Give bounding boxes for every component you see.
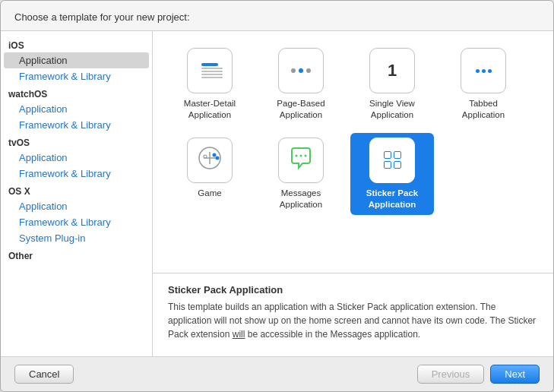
dialog-footer: Cancel Previous Next xyxy=(1,356,553,391)
svg-point-8 xyxy=(305,154,307,156)
description-area: Sticker Pack Application This template b… xyxy=(153,273,553,356)
sidebar-section-osx: OS X xyxy=(1,182,152,198)
dialog-header: Choose a template for your new project: xyxy=(1,1,553,31)
template-label-game: Game xyxy=(198,188,221,199)
sidebar-item-osx-framework[interactable]: Framework & Library xyxy=(1,214,152,230)
tabbed-icon xyxy=(476,69,492,73)
game-icon xyxy=(196,144,223,175)
sidebar-section-tvos: tvOS xyxy=(1,133,152,150)
sidebar: iOS Application Framework & Library watc… xyxy=(1,31,153,356)
sidebar-item-ios-framework[interactable]: Framework & Library xyxy=(1,68,152,84)
description-text: This template builds an application with… xyxy=(168,300,538,341)
sidebar-item-watchos-framework[interactable]: Framework & Library xyxy=(1,117,152,133)
cancel-button[interactable]: Cancel xyxy=(14,365,74,384)
template-page-based[interactable]: Page-BasedApplication xyxy=(259,43,343,125)
dialog: Choose a template for your new project: … xyxy=(0,0,554,392)
template-single-view[interactable]: 1 Single ViewApplication xyxy=(350,43,434,125)
single-view-icon: 1 xyxy=(388,61,397,81)
template-label-page-based: Page-BasedApplication xyxy=(277,98,324,121)
template-tabbed[interactable]: TabbedApplication xyxy=(442,43,525,125)
footer-right: Previous Next xyxy=(417,365,540,384)
next-button[interactable]: Next xyxy=(490,365,540,384)
dialog-header-text: Choose a template for your new project: xyxy=(14,11,190,23)
template-icon-sticker-pack xyxy=(369,138,415,183)
svg-point-4 xyxy=(216,156,220,160)
template-messages[interactable]: MessagesApplication xyxy=(259,133,343,215)
sidebar-item-tvos-application[interactable]: Application xyxy=(1,150,152,166)
svg-point-7 xyxy=(300,154,302,156)
template-icon-tabbed xyxy=(461,48,506,93)
templates-row-2: Game xyxy=(168,133,538,215)
template-label-messages: MessagesApplication xyxy=(280,188,322,210)
template-label-master-detail: Master-DetailApplication xyxy=(184,98,236,121)
sidebar-item-ios-application[interactable]: Application xyxy=(4,52,149,68)
sidebar-item-osx-plugin[interactable]: System Plug-in xyxy=(1,230,152,246)
templates-row-1: Master-DetailApplication Page-BasedAppli… xyxy=(168,43,538,125)
svg-point-3 xyxy=(213,153,217,157)
templates-grid: Master-DetailApplication Page-BasedAppli… xyxy=(153,31,553,273)
sidebar-section-other: Other xyxy=(1,246,152,263)
sidebar-item-osx-application[interactable]: Application xyxy=(1,198,152,214)
template-icon-messages xyxy=(278,138,324,183)
messages-icon xyxy=(287,144,315,176)
sidebar-item-tvos-framework[interactable]: Framework & Library xyxy=(1,166,152,182)
template-game[interactable]: Game xyxy=(168,133,252,204)
previous-button[interactable]: Previous xyxy=(417,365,485,384)
template-icon-single-view: 1 xyxy=(369,48,415,93)
template-label-single-view: Single ViewApplication xyxy=(369,98,415,121)
sidebar-section-watchos: watchOS xyxy=(1,84,152,101)
template-master-detail[interactable]: Master-DetailApplication xyxy=(168,43,252,125)
template-label-sticker-pack: Sticker PackApplication xyxy=(366,188,418,210)
sticker-pack-icon xyxy=(381,148,404,172)
main-content: Master-DetailApplication Page-BasedAppli… xyxy=(153,31,553,356)
template-icon-master-detail xyxy=(187,48,233,93)
template-sticker-pack[interactable]: Sticker PackApplication xyxy=(350,133,434,215)
description-title: Sticker Pack Application xyxy=(168,284,538,296)
template-icon-game xyxy=(187,138,233,183)
template-icon-page-based xyxy=(278,48,324,93)
dialog-body: iOS Application Framework & Library watc… xyxy=(1,31,553,356)
svg-point-6 xyxy=(296,154,298,156)
master-detail-icon xyxy=(197,63,223,78)
page-based-icon xyxy=(291,68,311,73)
template-label-tabbed: TabbedApplication xyxy=(462,98,505,121)
sidebar-item-watchos-application[interactable]: Application xyxy=(1,101,152,117)
sidebar-section-ios: iOS xyxy=(1,36,152,52)
